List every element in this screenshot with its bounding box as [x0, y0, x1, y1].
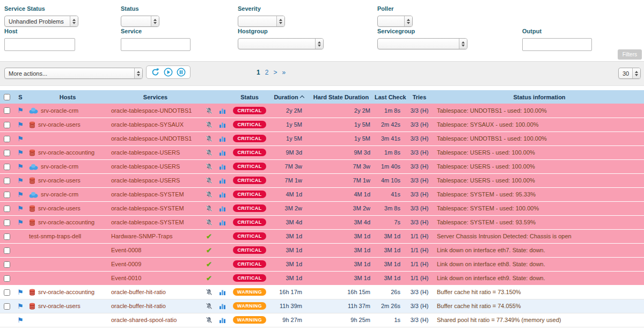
row-checkbox[interactable] [4, 136, 10, 142]
col-header-hard-state-duration[interactable]: Hard State Duration [308, 90, 375, 104]
col-header-status[interactable]: Status [229, 90, 270, 104]
service-link[interactable]: oracle-tablespace-UNDOTBS1 [111, 107, 192, 114]
row-checkbox[interactable] [4, 220, 10, 226]
page-last-link[interactable]: » [282, 69, 286, 76]
row-checkbox[interactable] [4, 122, 10, 128]
severity-select[interactable] [238, 16, 285, 27]
poller-select[interactable] [377, 16, 413, 27]
hard-state-duration-value: 7M 1w [308, 173, 375, 187]
service-link[interactable]: oracle-tablespace-SYSTEM [111, 191, 184, 198]
row-checkbox[interactable] [4, 206, 10, 212]
row-checkbox[interactable] [4, 164, 10, 170]
status-info: Tablespace: SYSTEM - used: 100.00% [437, 205, 539, 211]
host-input[interactable] [4, 38, 75, 51]
service-link[interactable]: oracle-tablespace-USERS [111, 149, 180, 156]
service-link[interactable]: oracle-buffer-hit-ratio [111, 289, 166, 295]
graph-icon[interactable] [219, 288, 226, 295]
graph-icon[interactable] [219, 191, 226, 197]
service-link[interactable]: oracle-tablespace-UNDOTBS1 [111, 135, 192, 142]
output-label: Output [522, 28, 592, 34]
service-link[interactable]: Event-0009 [111, 261, 141, 267]
output-input[interactable] [522, 38, 592, 51]
row-checkbox[interactable] [4, 289, 10, 296]
service-link[interactable]: oracle-tablespace-SYSTEM [111, 205, 184, 211]
status-select[interactable] [121, 16, 159, 27]
graph-icon[interactable] [219, 107, 226, 113]
row-checkbox[interactable] [4, 261, 10, 268]
service-row: ⚑srv-oracle-usersoracle-tablespace-SYSAU… [0, 118, 644, 131]
page-next-link[interactable]: > [273, 69, 277, 76]
row-checkbox[interactable] [4, 192, 10, 198]
row-checkbox[interactable] [4, 233, 10, 240]
graph-icon[interactable] [219, 149, 226, 155]
hard-state-duration-value: 3M 1d [308, 257, 375, 271]
graph-icon[interactable] [219, 218, 226, 225]
host-link[interactable]: srv-oracle-accounting [38, 289, 94, 295]
host-link[interactable]: srv-oracle-accounting [38, 149, 94, 156]
refresh-button[interactable] [151, 68, 160, 77]
service-row: ⚑srv-oracle-usersoracle-tablespace-USERS… [0, 173, 644, 187]
hostgroup-select[interactable] [238, 38, 324, 49]
host-link[interactable]: srv-oracle-accounting [38, 219, 94, 225]
host-link[interactable]: srv-oracle-users [38, 121, 80, 128]
row-checkbox[interactable] [4, 275, 10, 282]
service-link[interactable]: Hardware-SNMP-Traps [111, 233, 173, 239]
service-link[interactable]: oracle-tablespace-SYSTEM [111, 219, 184, 225]
status-badge: CRITICAL [233, 149, 266, 156]
graph-icon[interactable] [219, 204, 226, 211]
row-checkbox[interactable] [4, 303, 10, 310]
host-database-icon [29, 218, 35, 226]
service-link[interactable]: oracle-shared-spool-ratio [111, 317, 177, 323]
host-link[interactable]: srv-oracle-users [38, 177, 80, 184]
graph-icon[interactable] [219, 163, 226, 169]
servicegroup-select[interactable] [377, 38, 467, 49]
hostgroup-label: Hostgroup [238, 28, 324, 34]
hard-state-duration-value: 11h 37m [308, 299, 375, 313]
graph-icon[interactable] [219, 135, 226, 141]
host-link[interactable]: srv-oracle-crm [41, 191, 78, 198]
page-size-select[interactable]: 30 [618, 68, 641, 79]
graph-icon[interactable] [219, 302, 226, 309]
col-header-s[interactable]: S [14, 90, 27, 104]
row-checkbox[interactable] [4, 107, 10, 114]
service-link[interactable]: oracle-buffer-hit-ratio [111, 303, 166, 309]
col-header-last-check[interactable]: Last Check [375, 90, 404, 104]
service-link[interactable]: oracle-tablespace-USERS [111, 163, 180, 170]
col-header-tries[interactable]: Tries [404, 90, 435, 104]
tries-value: 3/3 (H) [404, 313, 435, 327]
graph-icon[interactable] [219, 177, 226, 183]
toolbar: More actions... 1 2 > » [0, 61, 644, 86]
col-header-duration[interactable]: Duration [270, 90, 308, 104]
status-info: Shared pool hit ratio = 77.349% (memory … [437, 317, 561, 323]
service-status-select[interactable]: Unhandled Problems [4, 16, 78, 27]
service-row: ⚑oracle-tablespace-UNDOTBS1CRITICAL1y 5M… [0, 131, 644, 145]
service-link[interactable]: oracle-tablespace-SYSAUX [111, 121, 184, 128]
col-header-services[interactable]: Services [108, 90, 202, 104]
select-all-checkbox[interactable] [4, 94, 10, 100]
graph-icon[interactable] [219, 316, 226, 323]
play-button[interactable] [164, 68, 173, 77]
status-label: Status [121, 5, 159, 12]
last-check-value: 1m 8s [375, 104, 404, 118]
host-link[interactable]: srv-oracle-users [38, 205, 80, 211]
host-link[interactable]: srv-oracle-crm [41, 163, 78, 170]
page-2-link[interactable]: 2 [265, 69, 269, 76]
host-link[interactable]: srv-oracle-crm [41, 107, 78, 114]
col-header-hosts[interactable]: Hosts [27, 90, 108, 104]
service-link[interactable]: oracle-tablespace-USERS [111, 177, 180, 184]
service-link[interactable]: Event-0010 [111, 275, 141, 281]
service-input[interactable] [121, 38, 191, 51]
pause-button[interactable] [177, 68, 186, 77]
col-header-status-information[interactable]: Status information [435, 90, 644, 104]
host-link[interactable]: srv-oracle-users [38, 303, 80, 309]
host-link[interactable]: test-snmp-traps-dell [29, 233, 81, 239]
service-link[interactable]: Event-0008 [111, 247, 141, 253]
more-actions-select[interactable]: More actions... [4, 68, 143, 79]
row-checkbox[interactable] [4, 178, 10, 184]
filters-button[interactable]: Filters [618, 49, 642, 60]
row-checkbox[interactable] [4, 150, 10, 156]
service-row: ⚑srv-oracle-accountingoracle-tablespace-… [0, 145, 644, 159]
graph-icon[interactable] [219, 121, 226, 127]
row-checkbox[interactable] [4, 247, 10, 254]
duration-value: 3M 1d [270, 271, 308, 285]
